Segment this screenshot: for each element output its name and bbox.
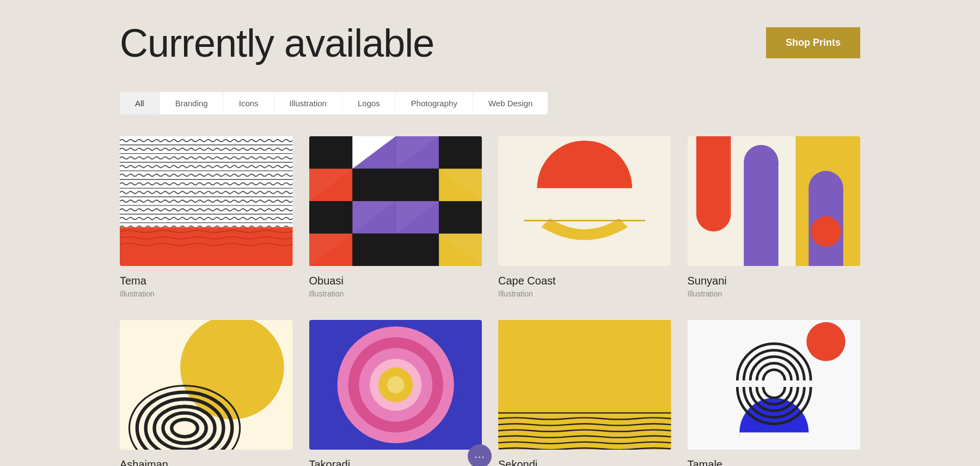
card-image-capecoast[interactable]: [498, 136, 671, 266]
card-title-tema: Tema: [120, 275, 293, 287]
card-image-tema[interactable]: [120, 136, 293, 266]
filter-webdesign[interactable]: Web Design: [473, 92, 548, 114]
more-options-button[interactable]: ···: [468, 444, 492, 466]
svg-rect-26: [439, 201, 482, 234]
svg-rect-28: [352, 234, 395, 267]
card-title-capecoast: Cape Coast: [498, 275, 671, 287]
card-category-capecoast: Illustration: [498, 289, 671, 298]
card-tamale[interactable]: Tamale Illustration: [688, 320, 861, 466]
card-title-ashaiman: Ashaiman: [120, 458, 293, 466]
filter-icons[interactable]: Icons: [224, 92, 274, 114]
svg-rect-82: [739, 433, 808, 450]
card-image-sekondi[interactable]: [498, 320, 671, 450]
svg-point-50: [808, 171, 843, 206]
card-image-takoradi[interactable]: [309, 320, 482, 450]
svg-rect-23: [309, 201, 352, 234]
svg-point-51: [811, 216, 841, 247]
portfolio-grid: Tema Illustration: [120, 136, 860, 466]
svg-rect-29: [395, 234, 438, 267]
svg-rect-21: [395, 169, 438, 202]
svg-rect-20: [352, 169, 395, 202]
card-ashaiman[interactable]: Ashaiman Illustration: [120, 320, 293, 466]
svg-point-47: [744, 145, 779, 180]
filter-logos[interactable]: Logos: [342, 92, 396, 114]
svg-point-68: [387, 377, 404, 394]
svg-point-45: [696, 197, 731, 232]
card-tema[interactable]: Tema Illustration: [120, 136, 293, 298]
svg-point-53: [180, 320, 284, 420]
shop-prints-button[interactable]: Shop Prints: [766, 27, 860, 58]
filter-branding[interactable]: Branding: [160, 92, 224, 114]
page-title: Currently available: [120, 22, 434, 65]
card-title-obuasi: Obuasi: [309, 275, 482, 287]
more-dots-icon: ···: [474, 451, 485, 462]
card-category-tema: Illustration: [120, 289, 293, 298]
svg-rect-15: [309, 136, 352, 169]
card-title-sekondi: Sekondi: [498, 458, 671, 466]
card-category-sunyani: Illustration: [688, 289, 861, 298]
card-obuasi[interactable]: Obuasi Illustration: [309, 136, 482, 298]
card-title-takoradi: Takoradi: [309, 458, 482, 466]
card-image-sunyani[interactable]: [688, 136, 861, 266]
filter-bar: All Branding Icons Illustration Logos Ph…: [120, 92, 548, 114]
card-takoradi[interactable]: ··· Takoradi Illustration: [309, 320, 482, 466]
svg-rect-18: [439, 136, 482, 169]
card-image-obuasi[interactable]: [309, 136, 482, 266]
filter-photography[interactable]: Photography: [396, 92, 473, 114]
card-title-tamale: Tamale: [688, 458, 861, 466]
card-category-obuasi: Illustration: [309, 289, 482, 298]
filter-all[interactable]: All: [120, 92, 160, 114]
card-sekondi[interactable]: Sekondi Illustration: [498, 320, 671, 466]
card-capecoast[interactable]: Cape Coast Illustration: [498, 136, 671, 298]
card-image-tamale[interactable]: [688, 320, 861, 450]
card-sunyani[interactable]: Sunyani Illustration: [688, 136, 861, 298]
svg-rect-2: [120, 136, 293, 227]
svg-point-80: [806, 322, 845, 361]
card-title-sunyani: Sunyani: [688, 275, 861, 287]
filter-illustration[interactable]: Illustration: [274, 92, 342, 114]
card-image-ashaiman[interactable]: [120, 320, 293, 450]
